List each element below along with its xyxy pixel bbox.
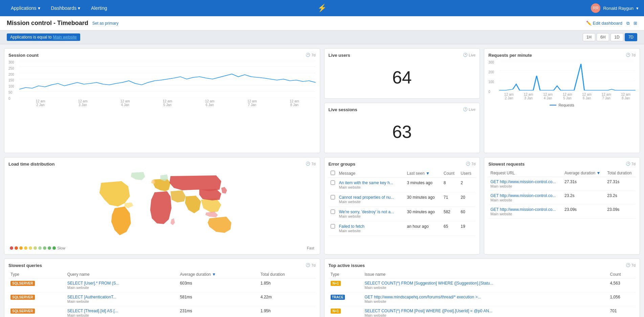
chevron-down-icon: ▾ [38, 5, 40, 11]
time-btn-7d[interactable]: 7D [625, 33, 637, 41]
col-total-duration: Total duration [605, 169, 636, 177]
time-btn-1d[interactable]: 1D [610, 33, 623, 41]
request-url-link[interactable]: GET http://www.mission-control.co... [490, 179, 556, 184]
error-message-link[interactable]: Failed to fetch [339, 224, 364, 229]
error-users: 19 [459, 221, 475, 236]
filter-tag[interactable]: Applications is equal to Main website [7, 33, 80, 41]
world-map: Slow Fast [8, 169, 316, 250]
query-type-badge: SQLSERVER [10, 309, 35, 314]
filter-value[interactable]: Main website [53, 35, 77, 40]
external-icon[interactable]: ⊞ [634, 21, 637, 26]
error-site: Main website [339, 214, 403, 218]
col-issue-name: Issue name [362, 271, 608, 278]
nav-center: ⚡ [317, 4, 327, 13]
request-url-link[interactable]: GET http://www.mission-control.co... [490, 207, 556, 212]
query-name-link[interactable]: SELECT [Thread].[Id] AS [... [67, 309, 118, 313]
copy-icon[interactable]: ⧉ [626, 21, 629, 26]
error-count: 65 [442, 221, 459, 236]
query-type-badge: SQLSERVER [10, 295, 35, 300]
requests-badge-text: 7d [631, 53, 636, 57]
nav-alerting[interactable]: Alerting [86, 0, 112, 16]
col-request-url: Request URL [488, 169, 562, 177]
issue-row: N+1 SELECT COUNT(*) FROM [Post] WHERE ([… [329, 306, 636, 317]
error-groups-title: Error groups [329, 162, 476, 167]
error-message-link[interactable]: We're sorry, 'destroy' is not a... [339, 210, 394, 214]
nav-applications[interactable]: Applications ▾ [5, 0, 46, 16]
live-sessions-title: Live sessions [329, 107, 476, 112]
time-btn-1h[interactable]: 1H [583, 33, 595, 41]
set-primary-link[interactable]: Set as primary [92, 21, 118, 26]
col-total-dur: Total duration [259, 271, 316, 278]
requests-legend: Requests [488, 103, 636, 107]
live-users-value: 64 [329, 60, 476, 94]
nav-dashboards-label: Dashboards [51, 5, 77, 11]
filter-bar: Applications is equal to Main website 1H… [0, 30, 644, 44]
issue-name-link[interactable]: SELECT COUNT(*) FROM [Suggestion] WHERE … [364, 281, 493, 286]
time-btn-6h[interactable]: 6H [597, 33, 609, 41]
error-message-link[interactable]: Cannot read properties of nu... [339, 195, 394, 200]
issue-name-link[interactable]: GET http://www.mindscapehq.com/forums/th… [364, 295, 481, 299]
requests-per-minute-card: Requests per minute 🕐 7d 3002001000 12 a [484, 48, 640, 153]
nav-left: Applications ▾ Dashboards ▾ Alerting [5, 0, 112, 16]
error-groups-card: Error groups 🕐 7d Message Last seen ▼ Co… [324, 157, 480, 254]
requests-title: Requests per minute [488, 53, 636, 58]
col-last-seen[interactable]: Last seen ▼ [405, 169, 442, 178]
query-name-link[interactable]: SELECT [AuthenticationT... [67, 295, 116, 299]
request-avg: 23.09s [562, 205, 605, 219]
nav-alerting-label: Alerting [91, 5, 107, 11]
error-users: 60 [459, 207, 475, 221]
top-navigation: Applications ▾ Dashboards ▾ Alerting ⚡ R… [0, 0, 644, 16]
col-avg-duration[interactable]: Average duration ▼ [562, 169, 605, 177]
live-users-badge-text: Live [469, 53, 475, 57]
top-active-issues-title: Top active issues [329, 263, 636, 268]
issue-count: 701 [608, 306, 636, 317]
query-total: 4.22m [259, 292, 316, 306]
query-total: 1.85h [259, 278, 316, 292]
query-row: SQLSERVER SELECT [AuthenticationT... Mai… [8, 292, 316, 306]
nav-dashboards[interactable]: Dashboards ▾ [46, 0, 86, 16]
live-users-card: Live users 🕐 Live 64 [324, 48, 480, 99]
request-url-link[interactable]: GET http://www.mission-control.co... [490, 193, 556, 198]
session-count-badge-text: 7d [311, 53, 315, 57]
col-avg-dur[interactable]: Average duration ▼ [178, 271, 259, 278]
error-row: We're sorry, 'destroy' is not a... Main … [329, 207, 476, 221]
request-row: GET http://www.mission-control.co... Mai… [488, 191, 636, 205]
issue-type-badge: TRACE [331, 295, 345, 300]
slowest-requests-title: Slowest requests [488, 162, 636, 167]
error-checkbox[interactable] [331, 224, 335, 228]
issue-name-link[interactable]: SELECT COUNT(*) FROM [Post] WHERE ([Post… [364, 309, 492, 313]
slowest-requests-table: Request URL Average duration ▼ Total dur… [488, 169, 636, 219]
query-avg: 603ms [178, 278, 259, 292]
error-users: 20 [459, 192, 475, 207]
slowest-queries-card: Slowest queries 🕐 7d Type Query name Ave… [4, 259, 320, 317]
clock-icon: 🕐 [463, 53, 468, 57]
error-row: Cannot read properties of nu... Main web… [329, 192, 476, 207]
query-name-link[interactable]: SELECT [User].* FROM (S... [67, 281, 119, 286]
issue-site: Main website [364, 286, 606, 290]
slowest-requests-badge-text: 7d [631, 162, 636, 166]
nav-applications-label: Applications [11, 5, 37, 11]
issue-row: N+1 SELECT COUNT(*) FROM [Suggestion] WH… [329, 278, 636, 292]
error-message-link[interactable]: An item with the same key h... [339, 180, 393, 185]
col-type: Type [8, 271, 65, 278]
session-count-badge: 🕐 7d [306, 53, 315, 57]
subheader: Mission control - Timeboard Set as prima… [0, 16, 644, 30]
query-total: 1.95h [259, 306, 316, 317]
error-checkbox[interactable] [331, 210, 335, 214]
chevron-down-icon: ▾ [78, 5, 80, 11]
clock-icon: 🕐 [626, 53, 630, 57]
filter-label: Applications is equal to [10, 35, 52, 40]
slowest-queries-table: Type Query name Average duration ▼ Total… [8, 271, 316, 317]
slowest-queries-badge-text: 7d [311, 263, 315, 267]
error-last-seen: 3 minutes ago [405, 178, 442, 192]
error-checkbox[interactable] [331, 195, 335, 199]
world-map-svg [8, 169, 316, 244]
request-row: GET http://www.mission-control.co... Mai… [488, 205, 636, 219]
issue-site: Main website [364, 299, 606, 303]
error-checkbox[interactable] [331, 180, 335, 185]
error-count: 71 [442, 192, 459, 207]
clock-icon: 🕐 [466, 162, 470, 166]
query-avg: 581ms [178, 292, 259, 306]
edit-dashboard-button[interactable]: ✏️ Edit dashboard [586, 21, 622, 26]
error-select-all[interactable] [331, 171, 335, 175]
